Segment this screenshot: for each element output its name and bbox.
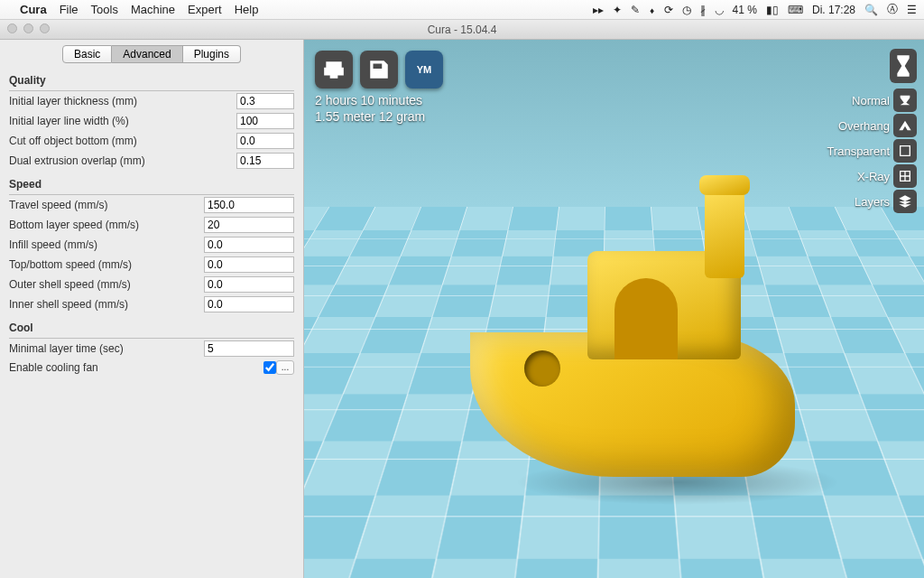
- lbl-outer-speed: Outer shell speed (mm/s): [9, 278, 204, 291]
- appstore-icon[interactable]: Ⓐ: [887, 2, 898, 17]
- clock-text: Di. 17:28: [812, 4, 855, 16]
- lbl-init-thickness: Initial layer thickness (mm): [9, 95, 236, 107]
- in-infill-speed[interactable]: [204, 237, 294, 253]
- mode-overhang[interactable]: Overhang: [838, 114, 917, 137]
- tab-plugins[interactable]: Plugins: [183, 45, 241, 63]
- clock-icon[interactable]: ◷: [682, 4, 691, 16]
- mode-xray-label: X-Ray: [857, 170, 890, 183]
- wifi-icon[interactable]: ◡: [715, 4, 724, 16]
- save-button[interactable]: [360, 51, 398, 89]
- spotlight-icon[interactable]: 🔍: [864, 4, 878, 16]
- mode-transparent[interactable]: Transparent: [827, 139, 917, 163]
- hourglass-icon: [894, 53, 912, 79]
- print-time: 2 hours 10 minutes: [315, 92, 425, 108]
- in-min-layer-time[interactable]: [204, 340, 294, 357]
- lbl-bottom-speed: Bottom layer speed (mm/s): [9, 219, 204, 231]
- lbl-inner-speed: Inner shell speed (mm/s): [9, 298, 204, 311]
- tray: ▸▸ ✦ ✎ ⬧ ⟳ ◷ ∦ ◡ 41 % ▮▯ ⌨ Di. 17:28 🔍 Ⓐ…: [593, 2, 917, 17]
- lbl-travel-speed: Travel speed (mm/s): [9, 199, 204, 211]
- section-speed: Speed: [9, 174, 294, 195]
- tray-icon[interactable]: ▸▸: [593, 4, 604, 16]
- battery-icon[interactable]: ▮▯: [766, 4, 779, 16]
- xray-icon: [898, 169, 912, 183]
- normal-icon: [898, 93, 912, 107]
- lbl-cooling-fan: Enable cooling fan: [9, 361, 263, 374]
- in-dual-overlap[interactable]: [236, 153, 294, 169]
- mode-normal-label: Normal: [852, 94, 890, 107]
- lbl-dual-overlap: Dual extrusion overlap (mm): [9, 154, 236, 167]
- ym-label: YM: [417, 64, 432, 75]
- keyboard-icon[interactable]: ⌨: [788, 4, 803, 16]
- in-bottom-speed[interactable]: [204, 217, 294, 233]
- traffic-lights[interactable]: [7, 23, 50, 33]
- transparent-icon: [898, 144, 912, 158]
- print-info: 2 hours 10 minutes 1.55 meter 12 gram: [315, 92, 425, 125]
- model-benchy[interactable]: [461, 188, 804, 495]
- slice-button[interactable]: [315, 51, 353, 89]
- tabs: Basic Advanced Plugins: [9, 45, 294, 63]
- tab-basic[interactable]: Basic: [62, 45, 112, 63]
- mode-normal[interactable]: Normal: [852, 89, 917, 112]
- dropbox-icon[interactable]: ⬧: [649, 4, 655, 16]
- print-material: 1.55 meter 12 gram: [315, 108, 425, 125]
- layers-icon: [898, 194, 912, 209]
- in-cutoff[interactable]: [236, 133, 294, 149]
- lbl-infill-speed: Infill speed (mm/s): [9, 238, 204, 251]
- menu-tools[interactable]: Tools: [91, 3, 118, 16]
- in-init-linewidth[interactable]: [236, 113, 294, 129]
- overhang-icon: [898, 118, 912, 133]
- bluetooth-icon[interactable]: ∦: [700, 4, 706, 16]
- window-title: Cura - 15.04.4: [428, 23, 497, 36]
- evernote-icon[interactable]: ✦: [613, 4, 622, 16]
- mode-layers[interactable]: Layers: [855, 190, 917, 213]
- menu-expert[interactable]: Expert: [188, 3, 222, 16]
- save-icon: [367, 58, 391, 81]
- chk-cooling-fan[interactable]: [263, 361, 276, 374]
- tab-advanced[interactable]: Advanced: [112, 45, 182, 63]
- sync-icon[interactable]: ⟳: [664, 4, 673, 16]
- view-mode-menu[interactable]: [890, 49, 917, 83]
- in-travel-speed[interactable]: [204, 197, 294, 213]
- cooling-fan-more[interactable]: ...: [276, 360, 294, 375]
- battery-text: 41 %: [733, 4, 757, 16]
- in-init-thickness[interactable]: [236, 93, 294, 109]
- mode-xray[interactable]: X-Ray: [857, 164, 917, 188]
- youmagine-button[interactable]: YM: [405, 51, 443, 89]
- menu-app[interactable]: Cura: [20, 3, 47, 16]
- menu-machine[interactable]: Machine: [131, 3, 175, 16]
- in-topbot-speed[interactable]: [204, 256, 294, 273]
- mac-menubar: Cura File Tools Machine Expert Help ▸▸ ✦…: [0, 0, 924, 20]
- settings-panel: Basic Advanced Plugins Quality Initial l…: [0, 40, 304, 578]
- notifications-icon[interactable]: ☰: [907, 4, 917, 16]
- section-cool: Cool: [9, 318, 294, 339]
- mode-transparent-label: Transparent: [827, 144, 890, 158]
- in-outer-speed[interactable]: [204, 276, 294, 293]
- menu-file[interactable]: File: [60, 3, 79, 16]
- section-quality: Quality: [9, 70, 294, 91]
- pencil-icon[interactable]: ✎: [631, 4, 640, 16]
- lbl-topbot-speed: Top/bottom speed (mm/s): [9, 258, 204, 271]
- in-inner-speed[interactable]: [204, 296, 294, 312]
- printer-icon: [322, 58, 346, 81]
- window-titlebar: Cura - 15.04.4: [0, 20, 924, 40]
- lbl-cutoff: Cut off object bottom (mm): [9, 135, 236, 147]
- lbl-init-linewidth: Initial layer line width (%): [9, 115, 236, 127]
- menu-help[interactable]: Help: [235, 3, 259, 16]
- mode-overhang-label: Overhang: [838, 119, 890, 133]
- lbl-min-layer-time: Minimal layer time (sec): [9, 342, 204, 355]
- viewport-3d[interactable]: YM 2 hours 10 minutes 1.55 meter 12 gram…: [304, 40, 924, 578]
- mode-layers-label: Layers: [855, 195, 890, 209]
